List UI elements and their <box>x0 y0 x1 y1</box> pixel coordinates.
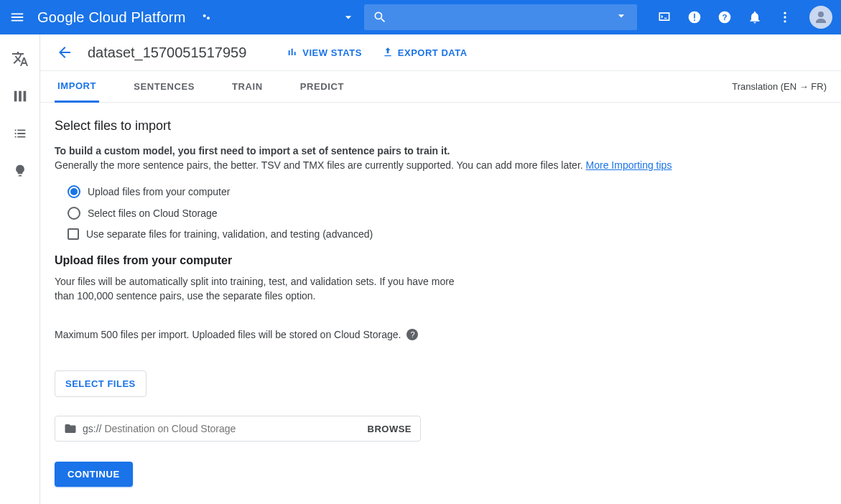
svg-rect-11 <box>14 91 17 102</box>
chevron-down-icon <box>614 9 628 26</box>
more-vert-icon[interactable] <box>776 9 794 26</box>
translate-icon[interactable] <box>11 50 29 67</box>
advanced-checkbox-row[interactable]: Use separate files for training, validat… <box>68 228 827 240</box>
view-stats-label: VIEW STATS <box>302 47 362 58</box>
svg-point-7 <box>784 12 786 14</box>
radio-cloud-label: Select files on Cloud Storage <box>88 207 218 219</box>
list-icon[interactable] <box>11 125 29 142</box>
left-nav <box>0 34 40 504</box>
tabs: IMPORT SENTENCES TRAIN PREDICT Translati… <box>40 71 841 103</box>
alert-icon[interactable] <box>686 9 703 26</box>
help-icon[interactable]: ? <box>406 329 418 340</box>
svg-point-8 <box>784 16 786 18</box>
upload-subheading: Upload files from your computer <box>55 254 827 267</box>
radio-icon <box>68 185 80 198</box>
export-data-button[interactable]: EXPORT DATA <box>382 47 468 58</box>
advanced-checkbox-label: Use separate files for training, validat… <box>86 228 373 240</box>
destination-input[interactable] <box>104 423 367 434</box>
search-input[interactable] <box>396 11 614 23</box>
help-icon[interactable]: ? <box>716 9 733 26</box>
project-dots-icon <box>200 11 213 24</box>
max-files-note: Maximum 500 files per import. Uploaded f… <box>55 327 457 342</box>
svg-rect-13 <box>23 91 26 102</box>
translation-lang-badge: Translation (EN → FR) <box>732 81 827 92</box>
max-files-text: Maximum 500 files per import. Uploaded f… <box>55 327 401 342</box>
svg-point-10 <box>818 11 824 17</box>
browse-button[interactable]: BROWSE <box>368 424 412 434</box>
section-heading: Select files to import <box>55 118 827 134</box>
tab-train[interactable]: TRAIN <box>229 71 266 103</box>
platform-title: Google Cloud Platform <box>37 9 186 26</box>
upload-description: Your files will be automatically split i… <box>55 274 457 303</box>
svg-rect-12 <box>19 91 22 102</box>
more-importing-tips-link[interactable]: More Importing tips <box>586 159 672 171</box>
lead-text: To build a custom model, you first need … <box>55 144 827 172</box>
account-avatar[interactable] <box>809 6 832 29</box>
top-bar: Google Cloud Platform ? <box>0 0 841 34</box>
svg-point-9 <box>784 20 786 22</box>
chevron-down-icon <box>341 10 356 24</box>
svg-point-1 <box>207 17 210 19</box>
cloud-shell-icon[interactable] <box>656 9 673 26</box>
notifications-icon[interactable] <box>746 9 763 26</box>
radio-upload-label: Upload files from your computer <box>88 186 230 197</box>
svg-rect-4 <box>694 19 695 21</box>
radio-upload-computer[interactable]: Upload files from your computer <box>68 185 827 198</box>
tab-predict[interactable]: PREDICT <box>297 71 347 103</box>
svg-rect-3 <box>694 14 695 19</box>
svg-text:?: ? <box>722 12 727 22</box>
datasets-icon[interactable] <box>11 88 29 105</box>
project-selector[interactable] <box>200 10 356 24</box>
search-box[interactable] <box>364 4 637 30</box>
page-header: dataset_1570051517959 VIEW STATS EXPORT … <box>40 34 841 71</box>
back-arrow-icon[interactable] <box>55 42 75 62</box>
gs-prefix: gs:// <box>83 423 101 434</box>
main-content: Select files to import To build a custom… <box>40 103 841 504</box>
view-stats-button[interactable]: VIEW STATS <box>287 47 362 58</box>
menu-icon[interactable] <box>9 9 26 26</box>
dataset-title: dataset_1570051517959 <box>88 45 246 61</box>
svg-point-0 <box>203 14 205 17</box>
lead-rest: Generally the more sentence pairs, the b… <box>55 159 586 171</box>
lightbulb-icon[interactable] <box>11 162 29 179</box>
folder-icon <box>64 422 77 435</box>
radio-cloud-storage[interactable]: Select files on Cloud Storage <box>68 207 827 220</box>
continue-button[interactable]: CONTINUE <box>55 462 133 487</box>
export-data-label: EXPORT DATA <box>398 47 468 58</box>
checkbox-icon <box>68 228 79 240</box>
select-files-button[interactable]: SELECT FILES <box>55 370 147 397</box>
destination-row: gs:// BROWSE <box>55 416 421 442</box>
search-icon <box>373 10 387 24</box>
lead-bold: To build a custom model, you first need … <box>55 145 450 157</box>
tab-sentences[interactable]: SENTENCES <box>131 71 198 103</box>
tab-import[interactable]: IMPORT <box>55 71 99 103</box>
source-radio-group: Upload files from your computer Select f… <box>68 185 827 220</box>
radio-icon <box>68 207 80 220</box>
